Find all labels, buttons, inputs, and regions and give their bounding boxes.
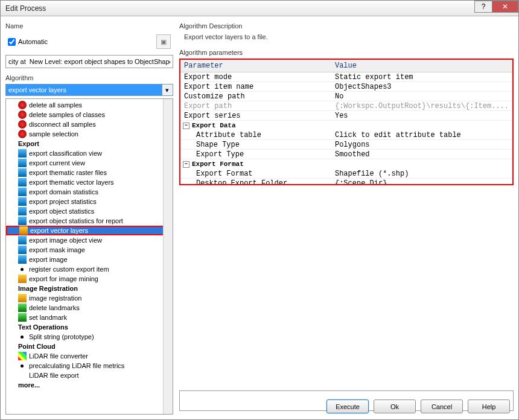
param-value[interactable]: {:Workspc.OutputRoot}\results\{:Item.... [331,102,512,110]
tree-item[interactable]: export domain statistics [6,187,173,197]
param-value[interactable]: {:Scene.Dir} [331,179,512,186]
param-name: Shape Type [180,141,331,149]
tree-item-label: delete samples of classes [29,111,105,118]
tree-item[interactable]: Split string (prototype) [6,332,173,342]
param-name: Export Format [180,170,331,178]
left-panel: Name Automatic ▣ Algorithm ▾ de [5,21,173,415]
parameters-label: Algorithm parameters [179,49,514,56]
tree-group[interactable]: Image Registration [6,284,173,293]
ic-blue-icon [18,197,27,206]
param-group[interactable]: − Export Format [180,159,512,169]
tree-group[interactable]: Export [6,139,173,148]
param-row[interactable]: Shape TypePolygons [180,140,512,150]
tree-item[interactable]: export object statistics [6,206,173,216]
ic-yel-icon [18,294,27,302]
window-title: Edit Process [5,4,46,13]
tree-item[interactable]: export for image mining [6,274,173,284]
tree-item-label: register custom export item [29,266,109,273]
param-value[interactable]: Polygons [331,141,512,149]
param-row[interactable]: Export FormatShapefile (*.shp) [180,169,512,179]
tree-item[interactable]: export vector layers [6,226,173,235]
tree-item[interactable]: sample selection [6,129,173,139]
ic-blue-icon [18,255,27,264]
execute-button[interactable]: Execute [326,399,369,413]
parameters-grid[interactable]: Parameter Value Export modeStatic export… [179,59,514,185]
ok-button[interactable]: Ok [374,399,416,413]
tree-item[interactable]: set landmark [6,313,173,322]
algorithm-combo-input[interactable] [5,84,162,96]
collapse-icon[interactable]: − [183,122,189,129]
properties-icon[interactable]: ▣ [156,34,171,49]
ic-blue-icon [18,188,27,196]
header-parameter: Parameter [180,60,331,72]
param-row[interactable]: Desktop Export Folder{:Scene.Dir} [180,179,512,185]
tree-item[interactable]: export thematic vector layers [6,177,173,187]
tree-item[interactable]: register custom export item [6,264,173,274]
automatic-checkbox[interactable]: Automatic [8,38,48,46]
tree-item-label: export vector layers [30,227,88,234]
cancel-button[interactable]: Cancel [421,399,463,413]
tree-item-label: set landmark [29,314,67,321]
tree-item[interactable]: LiDAR file export [6,371,173,380]
param-value[interactable]: ObjectShapes3 [331,83,512,91]
chevron-down-icon: ▾ [165,86,169,94]
param-row[interactable]: Export modeStatic export item [180,72,512,82]
param-name: Attribute table [180,131,331,139]
tree-group[interactable]: Text Operations [6,322,173,332]
algorithm-tree[interactable]: delete all samplesdelete samples of clas… [5,98,173,415]
tree-item[interactable]: disconnect all samples [6,119,173,129]
tree-item-label: image registration [29,294,81,302]
param-row[interactable]: Export TypeSmoothed [180,150,512,159]
process-name-input[interactable] [5,55,173,68]
ic-dot-icon [21,336,24,339]
ic-grn-icon [18,304,27,312]
param-value[interactable]: Click to edit attribute table [331,131,512,139]
tree-item[interactable]: delete samples of classes [6,110,173,119]
tree-item[interactable]: export object statistics for report [6,216,173,226]
close-icon[interactable]: ✕ [492,1,518,13]
tree-item[interactable]: export thematic raster files [6,168,173,177]
collapse-icon[interactable]: − [183,161,189,168]
tree-item[interactable]: export mask image [6,245,173,255]
param-group[interactable]: − Export Data [180,121,512,130]
automatic-label: Automatic [18,38,48,45]
gear-icon: ▣ [161,38,167,46]
param-row[interactable]: Export path{:Workspc.OutputRoot}\results… [180,101,512,111]
tree-item-label: export for image mining [29,275,98,282]
param-row[interactable]: Attribute tableClick to edit attribute t… [180,130,512,140]
param-row[interactable]: Customize pathNo [180,92,512,101]
tree-item[interactable]: delete landmarks [6,303,173,313]
automatic-check-input[interactable] [8,38,16,46]
param-value[interactable]: Yes [331,112,512,120]
tree-item[interactable]: precalculating LiDAR file metrics [6,361,173,371]
name-row: Automatic ▣ [5,32,173,51]
tree-item[interactable]: export classification view [6,148,173,158]
tree-item[interactable]: export project statistics [6,197,173,206]
tree-group[interactable]: Point Cloud [6,342,173,351]
param-row[interactable]: Export seriesYes [180,111,512,121]
param-row[interactable]: Export item nameObjectShapes3 [180,82,512,92]
tree-item[interactable]: image registration [6,293,173,303]
tree-item[interactable]: delete all samples [6,100,173,110]
tree-item[interactable]: export image object view [6,235,173,245]
ic-yel-icon [19,226,28,235]
param-value[interactable]: Shapefile (*.shp) [331,170,512,178]
param-value[interactable]: No [331,92,512,101]
param-value[interactable]: Static export item [331,73,512,81]
algorithm-combo[interactable]: ▾ [5,84,173,96]
tree-item-label: delete all samples [29,101,82,109]
help-button[interactable]: Help [468,399,510,413]
dropdown-button[interactable]: ▾ [162,84,173,96]
param-group-label: Export Data [192,122,236,129]
scrollbar[interactable] [163,99,173,414]
tree-group[interactable]: more... [6,380,173,390]
header-value: Value [331,60,512,72]
param-value[interactable]: Smoothed [331,150,512,159]
window-controls: ? ✕ [475,1,518,13]
tree-item[interactable]: export current view [6,158,173,168]
help-icon[interactable]: ? [474,1,492,13]
tree-item[interactable]: export image [6,255,173,264]
tree-item-label: export current view [29,159,85,167]
tree-item[interactable]: LiDAR file converter [6,351,173,361]
ic-grn-icon [18,313,27,322]
